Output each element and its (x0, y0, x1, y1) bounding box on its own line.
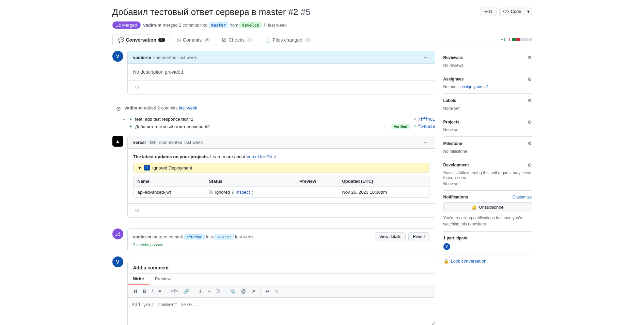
toolbar-divider-1 (166, 289, 166, 294)
ignored-deployment-toggle[interactable]: ▼ 1 Ignored Deployment (133, 163, 429, 173)
code-button[interactable]: </> Code (500, 7, 525, 16)
merge-hash[interactable]: ef0rd08 (184, 234, 205, 240)
commit-hash-2[interactable]: fb466a6 (418, 124, 435, 129)
comment-menu-1[interactable]: ··· (424, 55, 429, 60)
labels-value: None yet (443, 106, 532, 111)
vercel-comment-menu[interactable]: ··· (424, 139, 429, 145)
task-list-btn[interactable]: ☑ (214, 287, 222, 295)
list-btn[interactable]: ≡ (156, 287, 163, 295)
assignees-header: Assignees ⚙ (443, 76, 532, 82)
heading-btn[interactable]: H (132, 287, 139, 295)
commits-added-text: vadim-m added 2 commits last week (125, 105, 198, 110)
bell-icon: 🔔 (471, 205, 477, 210)
unordered-list-btn[interactable]: • (206, 287, 212, 295)
tab-files-changed[interactable]: 📄 Files changed 1 (259, 34, 317, 45)
code-dropdown-button[interactable]: ▾ (525, 7, 532, 16)
merge-action: merged commit (153, 234, 183, 239)
bold-btn[interactable]: B (141, 287, 148, 295)
labels-gear-icon[interactable]: ⚙ (528, 98, 532, 103)
ellipsis-1[interactable]: ··· (384, 124, 388, 129)
bot-badge: bot (148, 140, 157, 145)
unsubscribe-button[interactable]: 🔔 Unsubscribe (443, 202, 532, 212)
copy-icon[interactable]: ⎘ (264, 23, 267, 28)
italic-btn[interactable]: I (150, 287, 155, 295)
emoji-button-1[interactable]: ☺ (133, 83, 141, 91)
commit-hash-1[interactable]: 7fff461 (418, 117, 435, 122)
sidebar-participants: 1 participant V (443, 232, 532, 254)
lock-icon: 🔒 (443, 258, 449, 264)
development-title: Development (443, 163, 469, 167)
tab-conversation[interactable]: 💬 Conversation 1 (112, 34, 171, 45)
attach-btn[interactable]: 📎 (228, 287, 238, 295)
paren-close: ) (252, 190, 253, 195)
vercel-intro-text: The latest updates on your projects. Lea… (133, 154, 429, 159)
sidebar-labels: Labels ⚙ None yet (443, 94, 532, 115)
assign-yourself-link[interactable]: assign yourself (460, 85, 488, 89)
inspect-link[interactable]: Inspect (236, 190, 250, 195)
pr-number: #5 (301, 7, 311, 17)
checks-icon: ☑ (222, 37, 226, 43)
comment-input[interactable] (128, 298, 435, 325)
preview-tab[interactable]: Preview (150, 274, 176, 285)
comment-tabs: Write Preview (128, 274, 435, 285)
table-row: api-advanced-jwt Ignored (Inspect) (133, 187, 429, 198)
base-branch-tag[interactable]: master (209, 22, 228, 28)
edit-button[interactable]: Edit (480, 7, 496, 16)
write-tab[interactable]: Write (128, 274, 150, 285)
head-branch-tag[interactable]: develop (239, 22, 262, 28)
reviewers-gear-icon[interactable]: ⚙ (528, 55, 532, 60)
vercel-author[interactable]: vercel (133, 140, 146, 145)
paren-open: ( (232, 190, 233, 195)
emoji-button-2[interactable]: ☺ (133, 206, 141, 215)
code-inline-btn[interactable]: </> (169, 287, 180, 295)
mention-btn[interactable]: @ (239, 287, 248, 295)
ignored-label: Ignored Deployment (152, 165, 192, 171)
link-btn[interactable]: 🔗 (181, 287, 191, 295)
reviewers-header: Reviewers ⚙ (443, 55, 532, 60)
commits-icon: ◎ (177, 37, 181, 43)
comment-action-1: commented (153, 55, 176, 60)
participant-avatar: V (443, 243, 450, 250)
checks-passed: 2 checks passed (133, 242, 429, 247)
commits-author[interactable]: vadim-m (125, 105, 143, 110)
merge-block: ⎇ vadim-m merged commit ef0rd08 into mas… (112, 228, 435, 251)
customize-link[interactable]: Customize (513, 195, 532, 200)
bar-gray-2 (524, 38, 528, 41)
merge-icon: ⎇ (116, 23, 121, 28)
add-comment-title: Add a comment (129, 265, 173, 270)
vercel-reactions: ☺ (128, 203, 435, 217)
commits-added-icon (115, 105, 122, 112)
redo-btn[interactable]: ⤡ (273, 287, 281, 295)
reference-btn[interactable]: ↗ (249, 287, 257, 295)
undo-btn[interactable]: ↩ (263, 287, 271, 295)
view-details-button[interactable]: View details (375, 232, 406, 241)
tab-commits[interactable]: ◎ Commits 2 (171, 34, 216, 45)
vercel-git-link[interactable]: Vercel for Git ↗ (247, 154, 277, 159)
comment-author-1[interactable]: vadim-m (133, 55, 151, 60)
merge-info-text: vadim-m merged commit ef0rd08 into maste… (133, 234, 254, 239)
merge-author[interactable]: vadim-m (133, 234, 151, 239)
milestone-gear-icon[interactable]: ⚙ (528, 141, 532, 146)
col-status: Status (205, 176, 295, 187)
assignees-title: Assignees (443, 77, 464, 82)
revert-button[interactable]: Revert (408, 232, 429, 241)
first-comment-body: No description provided. (128, 64, 435, 80)
merge-branch[interactable]: master (214, 234, 234, 240)
bar-gray-1 (520, 38, 524, 41)
commit-row-1: → ✦ feat: add test responce text#2 ✓ 7ff… (122, 116, 435, 123)
participants-header: 1 participant (443, 236, 532, 240)
tab-checks[interactable]: ☑ Checks 1 (216, 34, 259, 45)
pr-author[interactable]: vadim-m (143, 23, 161, 28)
assignees-gear-icon[interactable]: ⚙ (528, 76, 532, 82)
ordered-list-btn[interactable]: 1. (197, 287, 205, 295)
projects-gear-icon[interactable]: ⚙ (528, 119, 532, 125)
table-header-row: Name Status Preview Updated (UTC) (133, 176, 429, 187)
development-gear-icon[interactable]: ⚙ (528, 162, 532, 168)
labels-header: Labels ⚙ (443, 98, 532, 103)
pr-header-actions: Edit </> Code ▾ (480, 7, 532, 16)
check-icon-2: ✓ (413, 124, 417, 129)
add-comment-title-row: Add a comment (128, 262, 435, 274)
lock-conversation[interactable]: 🔒 Lock conversation (443, 258, 532, 264)
participants-title: 1 participant (443, 236, 468, 240)
commit-check-2: ✓ fb466a6 (413, 124, 435, 129)
